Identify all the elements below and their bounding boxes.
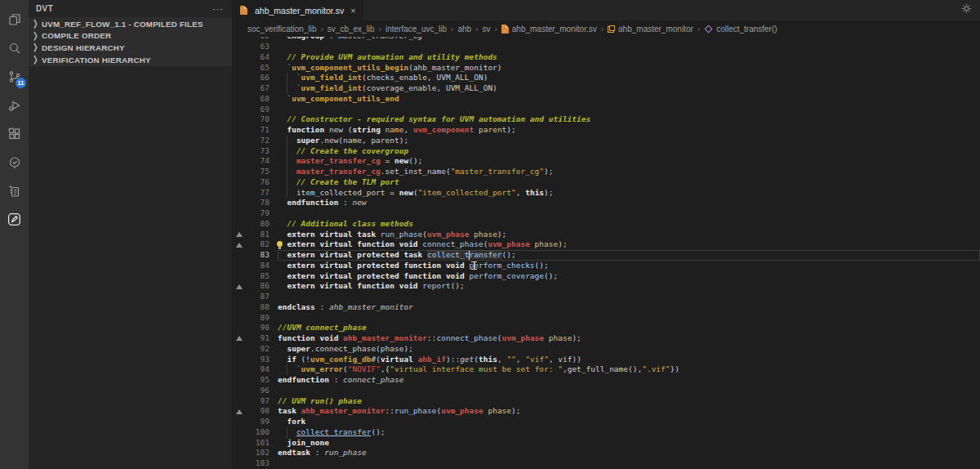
testing-activity-button[interactable] xyxy=(0,148,29,176)
code-line[interactable]: 94 `uvm_error("NOVIF",{"virtual interfac… xyxy=(233,364,980,375)
line-number[interactable]: 97 xyxy=(246,396,270,407)
code-line[interactable]: 88endclass : ahb_master_monitor xyxy=(233,302,980,313)
code-line[interactable]: 74 master_transfer_cg = new(); xyxy=(233,156,980,167)
gear-icon[interactable] xyxy=(960,2,973,18)
code-line[interactable]: 79 xyxy=(233,208,980,219)
line-number[interactable]: 64 xyxy=(246,52,270,63)
code-line[interactable]: 76 // Create the TLM port xyxy=(233,177,980,188)
line-number[interactable]: 69 xyxy=(246,105,270,115)
code-line[interactable]: 67 `uvm_field_int(coverage_enable, UVM_A… xyxy=(233,83,980,94)
code-line[interactable]: 77 item_collected_port = new("item_colle… xyxy=(233,188,980,199)
line-number[interactable]: 73 xyxy=(246,146,270,157)
breadcrumb-item[interactable]: sv_cb_ex_lib xyxy=(327,25,375,34)
line-number[interactable]: 96 xyxy=(246,386,270,396)
line-number[interactable]: 66 xyxy=(246,73,270,83)
line-number[interactable]: 80 xyxy=(246,219,270,230)
code-line[interactable]: 63 xyxy=(233,42,980,52)
code-line[interactable]: 72 super.new(name, parent); xyxy=(233,136,980,146)
explorer-activity-button[interactable] xyxy=(0,5,29,34)
code-line[interactable]: 83 extern virtual protected task collect… xyxy=(233,250,980,261)
code-line[interactable]: 84 extern virtual protected function voi… xyxy=(233,261,980,271)
code-line[interactable]: 92 super.connect_phase(phase); xyxy=(233,344,980,355)
line-number[interactable]: 103 xyxy=(246,458,270,469)
line-number[interactable]: 84 xyxy=(246,261,270,271)
extensions-activity-button[interactable] xyxy=(0,119,29,148)
code-line[interactable]: 75 master_transfer_cg.set_inst_name("mas… xyxy=(233,167,980,177)
requirements-activity-button[interactable] xyxy=(0,176,29,205)
breadcrumb-item[interactable]: ahb_master_monitor.sv xyxy=(501,25,597,34)
code-line[interactable]: 102endtask : run_phase xyxy=(233,448,980,458)
line-number[interactable]: 65 xyxy=(246,63,270,74)
line-number[interactable]: 75 xyxy=(246,167,270,177)
code-line[interactable]: 65 `uvm_component_utils_begin(ahb_master… xyxy=(233,63,980,74)
sidebar-item-compile-order[interactable]: ❯ COMPILE ORDER xyxy=(29,30,232,42)
line-number[interactable]: 72 xyxy=(246,136,270,146)
breadcrumb-item[interactable]: sv xyxy=(482,25,490,34)
line-number[interactable]: 93 xyxy=(246,355,270,365)
code-line[interactable]: 78 endfunction : new xyxy=(233,198,980,208)
line-number[interactable]: 94 xyxy=(246,364,270,375)
breadcrumb-item[interactable]: ahb xyxy=(457,25,471,34)
line-number[interactable]: 87 xyxy=(246,292,270,302)
sidebar-item-compiled-files[interactable]: ❯ UVM_REF_FLOW_1.1 - COMPILED FILES xyxy=(29,18,232,30)
code-line[interactable]: 96 xyxy=(233,386,980,396)
search-activity-button[interactable] xyxy=(0,34,29,62)
line-number[interactable]: 95 xyxy=(246,375,270,386)
line-number[interactable]: 77 xyxy=(246,188,270,199)
code-line[interactable]: 103 xyxy=(233,458,980,469)
line-number[interactable]: 92 xyxy=(246,344,270,355)
line-number[interactable]: 102 xyxy=(246,448,270,458)
code-line[interactable]: 69 xyxy=(233,105,980,115)
code-line[interactable]: 101 join_none xyxy=(233,438,980,449)
code-line[interactable]: 64 // Provide UVM automation and utility… xyxy=(233,52,980,63)
code-line[interactable]: 93 if (!uvm_config_db#(virtual ahb_if)::… xyxy=(233,355,980,365)
line-number[interactable]: 68 xyxy=(246,94,270,105)
breadcrumb-item[interactable]: interface_uvc_lib xyxy=(385,25,447,34)
code-line[interactable]: 85 extern virtual protected function voi… xyxy=(233,271,980,282)
line-number[interactable]: 88 xyxy=(246,302,270,313)
code-editor[interactable]: 62 endgroup : master_transfer_cg6364 // … xyxy=(233,37,980,469)
sidebar-item-verification-hierarchy[interactable]: ❯ VERIFICATION HIERARCHY xyxy=(29,54,232,66)
line-number[interactable]: 78 xyxy=(246,198,270,208)
code-line[interactable]: 66 `uvm_field_int(checks_enable, UVM_ALL… xyxy=(233,73,980,83)
breadcrumb-item[interactable]: soc_verification_lib xyxy=(247,25,317,34)
line-number[interactable]: 81 xyxy=(246,230,270,240)
line-number[interactable]: 91 xyxy=(246,333,270,344)
code-line[interactable]: 87 xyxy=(233,292,980,302)
code-line[interactable]: 89 xyxy=(233,313,980,324)
line-number[interactable]: 71 xyxy=(246,125,270,136)
code-line[interactable]: 81 extern virtual task run_phase(uvm_pha… xyxy=(233,230,980,240)
line-number[interactable]: 70 xyxy=(246,114,270,125)
code-line[interactable]: 95endfunction : connect_phase xyxy=(233,375,980,386)
breadcrumb-item[interactable]: ahb_master_monitor xyxy=(608,25,693,34)
code-line[interactable]: 91function void ahb_master_monitor::conn… xyxy=(233,333,980,344)
code-line[interactable]: 80 // Additional class methods xyxy=(233,219,980,230)
code-line[interactable]: 71 function new (string name, uvm_compon… xyxy=(233,125,980,136)
sidebar-more-actions-icon[interactable]: ··· xyxy=(212,5,224,13)
line-number[interactable]: 85 xyxy=(246,271,270,282)
line-number[interactable]: 100 xyxy=(246,427,270,438)
tab-ahb-master-monitor[interactable]: ahb_master_monitor.sv × xyxy=(233,0,363,20)
dvt-activity-button[interactable] xyxy=(0,205,29,234)
source-control-activity-button[interactable]: 11 xyxy=(0,62,29,91)
code-line[interactable]: 70 // Constructor - required syntax for … xyxy=(233,114,980,125)
breadcrumb-item[interactable]: collect_transfer() xyxy=(704,25,777,34)
code-line[interactable]: 100 collect_transfer(); xyxy=(233,427,980,438)
tab-close-icon[interactable]: × xyxy=(350,6,355,16)
code-line[interactable]: 97// UVM run() phase xyxy=(233,396,980,407)
line-number[interactable]: 89 xyxy=(246,313,270,324)
code-line[interactable]: 86 extern virtual function void report()… xyxy=(233,281,980,292)
code-line[interactable]: 68 `uvm_component_utils_end xyxy=(233,94,980,105)
line-number[interactable]: 79 xyxy=(246,208,270,219)
code-line[interactable]: 99 fork xyxy=(233,417,980,427)
line-number[interactable]: 90 xyxy=(246,323,270,333)
code-line[interactable]: 73 // Create the covergroup xyxy=(233,146,980,157)
line-number[interactable]: 67 xyxy=(246,83,270,94)
code-line[interactable]: 82 extern virtual function void connect_… xyxy=(233,239,980,250)
line-number[interactable]: 98 xyxy=(246,406,270,417)
line-number[interactable]: 83 xyxy=(246,250,270,261)
run-debug-activity-button[interactable] xyxy=(0,91,29,119)
line-number[interactable]: 63 xyxy=(246,42,270,52)
line-number[interactable]: 86 xyxy=(246,281,270,292)
line-number[interactable]: 74 xyxy=(246,156,270,167)
